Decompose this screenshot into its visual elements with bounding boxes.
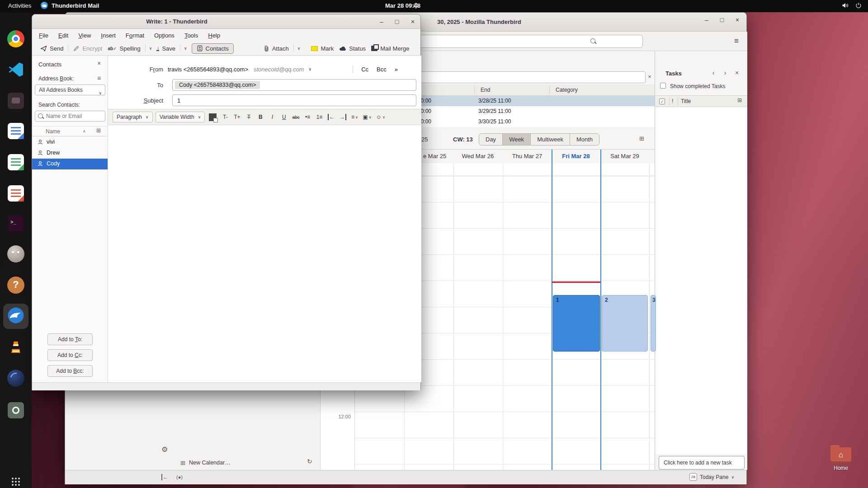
notification-bell-icon[interactable]: [412, 2, 420, 9]
day-header-wed[interactable]: Wed Mar 26: [462, 153, 494, 160]
minimize-button[interactable]: –: [376, 17, 387, 27]
maximize-button[interactable]: □: [392, 17, 402, 27]
dock-item-browser[interactable]: [7, 370, 24, 387]
view-multiweek-button[interactable]: Multiweek: [531, 134, 570, 145]
bullet-list-button[interactable]: •≡: [303, 112, 312, 122]
font-select[interactable]: Variable Width ∨: [156, 112, 205, 122]
sort-ascending-icon[interactable]: ∧: [83, 129, 86, 133]
attach-dropdown-icon[interactable]: ∨: [296, 46, 302, 51]
spelling-button[interactable]: ab✓ Spelling: [105, 44, 143, 53]
menu-insert[interactable]: Insert: [96, 32, 121, 39]
view-day-button[interactable]: Day: [479, 134, 503, 145]
name-column-header[interactable]: Name: [46, 128, 60, 135]
minimize-button[interactable]: –: [701, 15, 712, 25]
show-completed-checkbox[interactable]: [660, 83, 666, 89]
dock-item-terminal[interactable]: >_: [7, 215, 24, 232]
increase-font-size-button[interactable]: T+: [232, 112, 241, 122]
view-week-button[interactable]: Week: [503, 134, 531, 145]
attach-button[interactable]: Attach: [261, 44, 292, 53]
decrease-font-size-button[interactable]: T-: [221, 112, 230, 122]
dock-item-writer[interactable]: [7, 122, 24, 140]
day-header-thu[interactable]: Thu Mar 27: [512, 153, 542, 160]
menu-format[interactable]: Format: [121, 32, 149, 39]
close-icon[interactable]: ×: [646, 73, 654, 81]
close-icon[interactable]: ×: [733, 69, 741, 76]
contact-row-drew[interactable]: Drew: [32, 148, 108, 159]
back-icon[interactable]: ‹: [709, 69, 717, 76]
day-header-sat[interactable]: Sat Mar 29: [610, 153, 639, 160]
menu-edit[interactable]: Edit: [53, 32, 73, 39]
close-icon[interactable]: ×: [97, 60, 101, 67]
italic-button[interactable]: I: [268, 112, 277, 122]
collapse-pane-icon[interactable]: ←: [161, 474, 168, 480]
column-picker-icon[interactable]: ⊞: [96, 127, 101, 134]
new-calendar-button[interactable]: ⊞ New Calendar…: [180, 457, 231, 469]
mark-button[interactable]: Mark: [308, 44, 336, 53]
dock-item-vscode[interactable]: [7, 61, 24, 78]
save-dropdown-icon[interactable]: ∨: [182, 46, 189, 51]
text-color-picker[interactable]: [209, 113, 217, 121]
contacts-search-input[interactable]: [46, 113, 99, 119]
view-options-icon[interactable]: ⊞: [639, 135, 644, 142]
column-header-category[interactable]: Category: [556, 87, 578, 93]
insert-dropdown[interactable]: ▣∨: [362, 112, 373, 122]
calendar-event-3[interactable]: 3: [651, 295, 656, 352]
overflow-icon[interactable]: »: [395, 66, 398, 73]
menu-help[interactable]: Help: [203, 32, 225, 39]
app-menu-icon[interactable]: ≡: [729, 34, 744, 48]
recipient-pill[interactable]: Cody <2657584833@qq.com>: [175, 81, 260, 89]
refresh-icon[interactable]: ↻: [307, 458, 312, 465]
dock-item-vlc[interactable]: [7, 339, 24, 357]
encrypt-button[interactable]: Encrypt: [70, 44, 105, 53]
title-column-header[interactable]: Title: [681, 98, 691, 104]
menu-view[interactable]: View: [73, 32, 96, 39]
dock-item-help[interactable]: ?: [7, 277, 24, 294]
dock-item-impress[interactable]: [7, 185, 24, 202]
spelling-dropdown-icon[interactable]: ∨: [147, 46, 154, 51]
clear-styling-button[interactable]: T: [244, 112, 253, 122]
dock-item-calc[interactable]: [7, 154, 24, 171]
contact-row-cody-selected[interactable]: Cody: [32, 159, 108, 169]
save-button[interactable]: ↓ Save: [154, 44, 178, 53]
view-month-button[interactable]: Month: [570, 134, 599, 145]
menu-options[interactable]: Options: [149, 32, 179, 39]
column-header-end[interactable]: End: [481, 87, 490, 93]
add-to-cc-button[interactable]: Add to Cc:: [47, 349, 93, 361]
indent-icon[interactable]: →: [340, 114, 346, 120]
chevron-down-icon[interactable]: ∨: [308, 67, 311, 71]
gear-icon[interactable]: ⚙: [161, 445, 168, 454]
message-body-editor[interactable]: [108, 125, 421, 382]
show-applications-icon[interactable]: [12, 478, 14, 479]
contacts-toggle-button[interactable]: Contacts: [192, 43, 234, 54]
paragraph-style-select[interactable]: Paragraph ∨: [113, 112, 153, 122]
outdent-icon[interactable]: ←: [328, 114, 335, 120]
subject-input[interactable]: 1: [172, 94, 416, 106]
forward-icon[interactable]: ›: [721, 69, 729, 76]
maximize-button[interactable]: □: [717, 15, 727, 25]
calendar-event-2[interactable]: 2: [602, 295, 648, 352]
activities-button[interactable]: Activities: [6, 2, 33, 9]
menu-file[interactable]: File: [34, 32, 53, 39]
contact-row-vivi[interactable]: vivi: [32, 137, 108, 148]
tasks-list[interactable]: [656, 107, 747, 454]
dock-item-files[interactable]: [7, 92, 24, 109]
hamburger-icon[interactable]: ≡: [97, 75, 101, 82]
today-pane-toggle[interactable]: 28 Today Pane ∨: [689, 473, 734, 481]
close-button[interactable]: ×: [407, 17, 418, 27]
status-button[interactable]: Status: [336, 44, 368, 53]
dock-item-gimp[interactable]: [7, 245, 24, 263]
add-to-bcc-button[interactable]: Add to Bcc:: [47, 365, 93, 377]
home-folder-shortcut[interactable]: ⌂ Home: [829, 447, 853, 471]
underline-button[interactable]: U: [279, 112, 288, 122]
priority-column-header[interactable]: !: [672, 98, 673, 104]
cc-button[interactable]: Cc: [361, 66, 368, 73]
close-button[interactable]: ×: [732, 15, 743, 25]
compose-titlebar[interactable]: Write: 1 - Thunderbird – □ ×: [32, 14, 420, 29]
to-input[interactable]: Cody <2657584833@qq.com>: [172, 79, 416, 91]
add-task-field[interactable]: Click here to add a new task: [659, 456, 745, 469]
from-value[interactable]: travis <2658564893@qq.com>: [168, 66, 248, 73]
focused-app-indicator[interactable]: Thunderbird Mail: [41, 2, 99, 9]
system-status-area[interactable]: [842, 2, 862, 9]
completed-column-icon[interactable]: ✓: [659, 99, 665, 104]
alignment-dropdown[interactable]: ≡∨: [350, 112, 359, 122]
